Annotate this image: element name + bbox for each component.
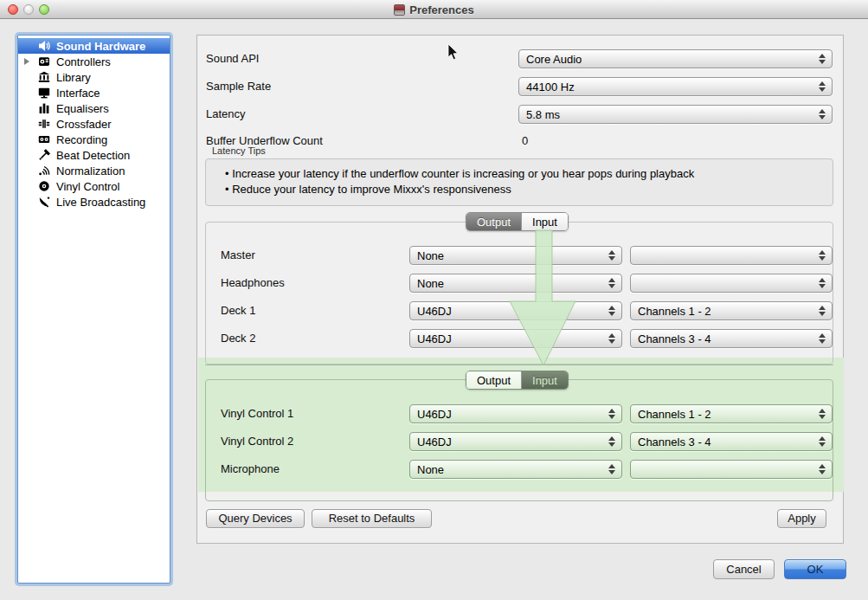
tab-output[interactable]: Output: [466, 371, 521, 389]
output-groupbox-bottom-border: [205, 365, 833, 365]
hammer-icon: [37, 149, 51, 162]
latency-tip: Increase your latency if the underflow c…: [225, 167, 694, 180]
stepper-arrows-icon: [602, 461, 621, 478]
crossfader-icon: [37, 118, 51, 131]
stepper-arrows-icon: [813, 330, 832, 347]
stepper-arrows-icon: [813, 50, 832, 68]
cassette-icon: [37, 133, 51, 146]
speaker-icon: [37, 40, 51, 53]
sidebar-item-normalization[interactable]: Normalization: [18, 163, 170, 178]
vinyl-control-2-label: Vinyl Control 2: [221, 432, 293, 451]
deck2-channels-select[interactable]: Channels 3 - 4: [630, 329, 833, 348]
sound-api-select[interactable]: Core Audio: [518, 49, 833, 68]
ok-button[interactable]: OK: [784, 559, 846, 579]
sidebar-item-label: Controllers: [56, 55, 111, 68]
stepper-arrows-icon: [602, 330, 621, 347]
deck2-label: Deck 2: [221, 329, 255, 348]
sample-rate-label: Sample Rate: [206, 77, 271, 96]
microphone-label: Microphone: [221, 460, 280, 479]
stepper-arrows-icon: [813, 302, 832, 319]
stepper-arrows-icon: [813, 78, 832, 95]
query-devices-button[interactable]: Query Devices: [206, 509, 305, 528]
monitor-icon: [37, 87, 51, 100]
stepper-arrows-icon: [813, 247, 832, 264]
sample-rate-select[interactable]: 44100 Hz: [518, 77, 833, 96]
vinyl-control-2-device-select[interactable]: U46DJ: [409, 432, 622, 451]
titlebar: Preferences: [0, 0, 868, 19]
sidebar-item-label: Live Broadcasting: [56, 196, 145, 209]
deck1-device-select[interactable]: U46DJ: [409, 301, 622, 320]
sidebar-item-beat-detection[interactable]: Beat Detection: [18, 147, 170, 163]
headphones-channels-select[interactable]: [630, 274, 833, 293]
preferences-category-list: Sound Hardware Controllers Library Inter…: [17, 35, 170, 584]
deck1-channels-select[interactable]: Channels 1 - 2: [630, 301, 833, 320]
deck1-label: Deck 1: [221, 301, 255, 320]
latency-tips-box: Increase your latency if the underflow c…: [205, 158, 833, 206]
stepper-arrows-icon: [602, 247, 621, 264]
sidebar-item-label: Beat Detection: [56, 149, 130, 162]
sidebar-item-label: Sound Hardware: [56, 40, 145, 53]
sidebar-item-label: Equalisers: [56, 102, 109, 115]
sidebar-item-label: Normalization: [56, 165, 125, 177]
vinyl-record-icon: [37, 180, 51, 193]
stepper-arrows-icon: [602, 302, 621, 319]
vinyl-control-1-channels-select[interactable]: Channels 1 - 2: [630, 404, 833, 423]
sidebar-item-equalisers[interactable]: Equalisers: [18, 100, 170, 116]
master-device-select[interactable]: None: [409, 246, 622, 265]
vinyl-control-1-label: Vinyl Control 1: [221, 404, 293, 423]
equalizer-icon: [37, 102, 51, 115]
window-title: Preferences: [409, 3, 473, 16]
headphones-label: Headphones: [221, 274, 285, 293]
master-label: Master: [221, 246, 255, 265]
latency-tip: Reduce your latency to improve Mixxx's r…: [225, 183, 511, 196]
stepper-arrows-icon: [602, 274, 621, 292]
master-channels-select[interactable]: [630, 246, 833, 265]
sidebar-item-sound-hardware[interactable]: Sound Hardware: [18, 38, 170, 54]
latency-tips-title: Latency Tips: [212, 145, 266, 156]
sidebar-item-label: Library: [56, 71, 91, 84]
latency-select[interactable]: 5.8 ms: [518, 105, 833, 124]
tab-output[interactable]: Output: [466, 213, 521, 230]
sidebar-item-interface[interactable]: Interface: [18, 85, 170, 100]
sound-waves-icon: [37, 165, 51, 177]
sidebar-item-live-broadcasting[interactable]: Live Broadcasting: [18, 194, 170, 210]
tab-input[interactable]: Input: [521, 213, 568, 230]
sidebar-item-label: Recording: [56, 133, 107, 146]
preferences-window: { "window": { "title": "Preferences" }, …: [0, 0, 868, 600]
vinyl-control-1-device-select[interactable]: U46DJ: [409, 404, 622, 423]
sidebar-item-label: Crossfader: [56, 118, 112, 131]
reset-to-defaults-button[interactable]: Reset to Defaults: [312, 509, 432, 528]
sound-api-label: Sound API: [206, 49, 259, 68]
deck2-device-select[interactable]: U46DJ: [409, 329, 622, 348]
microphone-device-select[interactable]: None: [409, 460, 622, 479]
sidebar-item-library[interactable]: Library: [18, 69, 170, 85]
output-input-tabs: Output Input: [466, 212, 569, 231]
disclosure-triangle-icon[interactable]: [24, 58, 29, 65]
headphones-device-select[interactable]: None: [409, 274, 622, 293]
apply-button[interactable]: Apply: [777, 509, 826, 528]
microphone-channels-select[interactable]: [630, 460, 833, 479]
sidebar-item-label: Interface: [56, 87, 100, 100]
stepper-arrows-icon: [602, 405, 621, 423]
latency-label: Latency: [206, 105, 246, 124]
sidebar-item-label: Vinyl Control: [56, 180, 119, 193]
sound-hardware-panel: Sound API Core Audio Sample Rate 44100 H…: [196, 35, 844, 544]
stepper-arrows-icon: [602, 433, 621, 450]
stepper-arrows-icon: [813, 106, 832, 123]
stepper-arrows-icon: [813, 274, 832, 292]
sidebar-item-controllers[interactable]: Controllers: [18, 54, 170, 69]
output-input-tabs-input-section: Output Input: [466, 371, 569, 390]
sidebar-item-recording[interactable]: Recording: [18, 132, 170, 147]
vinyl-control-2-channels-select[interactable]: Channels 3 - 4: [630, 432, 833, 451]
sidebar-item-vinyl-control[interactable]: Vinyl Control: [18, 178, 170, 194]
stepper-arrows-icon: [813, 433, 832, 450]
stepper-arrows-icon: [813, 461, 832, 478]
preferences-app-icon: [394, 4, 405, 16]
buffer-underflow-value: 0: [522, 132, 528, 151]
stepper-arrows-icon: [813, 405, 832, 423]
library-icon: [37, 71, 51, 84]
sidebar-item-crossfader[interactable]: Crossfader: [18, 116, 170, 132]
tab-input[interactable]: Input: [521, 371, 568, 389]
cancel-button[interactable]: Cancel: [713, 559, 775, 579]
midi-controller-icon: [37, 55, 51, 68]
